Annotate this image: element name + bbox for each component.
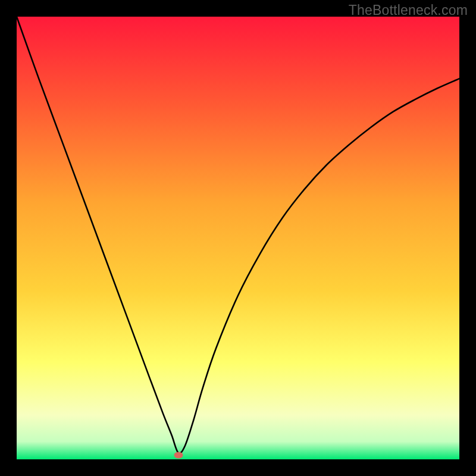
- plot-area: [17, 17, 459, 459]
- bottleneck-curve: [17, 17, 459, 459]
- chart-frame: TheBottleneck.com: [0, 0, 476, 476]
- watermark-text: TheBottleneck.com: [349, 2, 468, 18]
- minimum-marker: [174, 452, 183, 458]
